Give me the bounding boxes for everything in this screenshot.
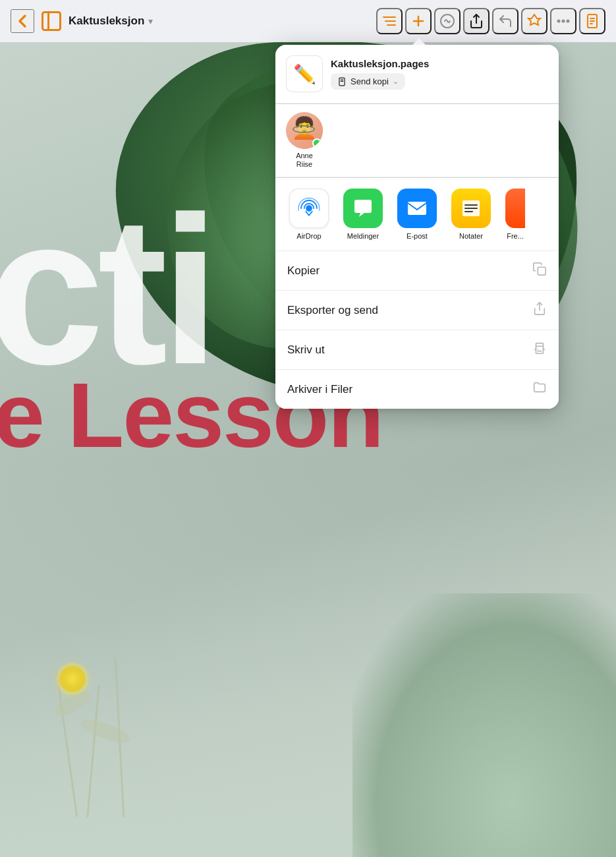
more-app-icon <box>505 189 525 228</box>
contact-anne-riise[interactable]: 🧑‍🦱 Anne Riise <box>286 112 323 169</box>
svg-rect-27 <box>536 347 544 354</box>
file-info: Kaktusleksjon.pages Send kopi ⌄ <box>331 58 548 90</box>
apps-row: AirDrop Meldinger E-post <box>275 178 559 251</box>
more-app-item[interactable]: Fre... <box>502 189 528 240</box>
copy-icon <box>532 262 547 280</box>
document-title: Kaktusleksjon <box>69 15 144 28</box>
sidebar-icon <box>40 9 63 33</box>
contacts-row: 🧑‍🦱 Anne Riise <box>275 104 559 177</box>
messages-item[interactable]: Meldinger <box>340 189 386 240</box>
svg-point-9 <box>558 20 560 22</box>
format-button[interactable] <box>434 8 461 34</box>
contact-name: Anne Riise <box>296 152 313 169</box>
file-icon: ✏️ <box>293 63 316 85</box>
messages-icon <box>343 189 383 228</box>
messages-label: Meldinger <box>347 232 379 240</box>
back-button[interactable] <box>11 9 34 33</box>
copy-action[interactable]: Kopier <box>275 251 559 291</box>
send-kopi-label: Send kopi <box>350 76 389 86</box>
more-button[interactable] <box>550 8 576 34</box>
send-kopi-button[interactable]: Send kopi ⌄ <box>331 73 405 90</box>
export-icon <box>532 301 547 319</box>
airdrop-icon <box>289 189 329 228</box>
notes-label: Notater <box>459 232 483 240</box>
airdrop-item[interactable]: AirDrop <box>286 189 332 240</box>
title-chevron[interactable]: ▾ <box>148 16 153 26</box>
mail-icon <box>397 189 437 228</box>
files-label: Arkiver i Filer <box>287 383 352 396</box>
svg-point-10 <box>563 20 565 22</box>
panel-file-header: ✏️ Kaktusleksjon.pages Send kopi ⌄ <box>275 45 559 103</box>
copy-label: Kopier <box>287 264 320 278</box>
more-app-label: Fre... <box>507 232 524 240</box>
online-indicator <box>312 138 322 148</box>
files-action[interactable]: Arkiver i Filer <box>275 370 559 409</box>
doc-view-button[interactable] <box>579 8 605 34</box>
mail-item[interactable]: E-post <box>394 189 440 240</box>
annotation-button[interactable] <box>521 8 547 34</box>
svg-point-19 <box>306 206 312 212</box>
outline-button[interactable] <box>376 8 403 34</box>
notes-item[interactable]: Notater <box>448 189 494 240</box>
svg-point-11 <box>567 20 569 22</box>
toolbar-right <box>376 8 605 34</box>
print-action[interactable]: Skriv ut <box>275 330 559 370</box>
file-icon-box: ✏️ <box>286 55 323 92</box>
action-list: Kopier Eksporter og send Skriv ut <box>275 251 559 409</box>
send-kopi-chevron: ⌄ <box>393 77 399 86</box>
title-group: Kaktusleksjon ▾ <box>69 15 153 28</box>
svg-rect-20 <box>408 202 426 215</box>
contact-avatar: 🧑‍🦱 <box>286 112 323 149</box>
navigation-bar: Kaktusleksjon ▾ <box>0 0 616 42</box>
svg-rect-0 <box>43 13 61 30</box>
panel-arrow <box>412 38 426 45</box>
print-icon <box>532 341 547 359</box>
notes-icon <box>451 189 491 228</box>
files-icon <box>532 380 547 398</box>
share-panel: ✏️ Kaktusleksjon.pages Send kopi ⌄ 🧑‍🦱 <box>275 45 559 409</box>
add-button[interactable] <box>405 8 432 34</box>
export-label: Eksporter og send <box>287 304 378 317</box>
undo-button[interactable] <box>492 8 518 34</box>
file-name: Kaktusleksjon.pages <box>331 58 548 69</box>
svg-rect-25 <box>538 268 546 276</box>
print-label: Skriv ut <box>287 343 325 357</box>
mail-label: E-post <box>406 232 428 240</box>
bottom-right-plant <box>352 593 616 857</box>
airdrop-label: AirDrop <box>296 232 321 240</box>
export-action[interactable]: Eksporter og send <box>275 291 559 330</box>
share-button[interactable] <box>463 8 490 34</box>
